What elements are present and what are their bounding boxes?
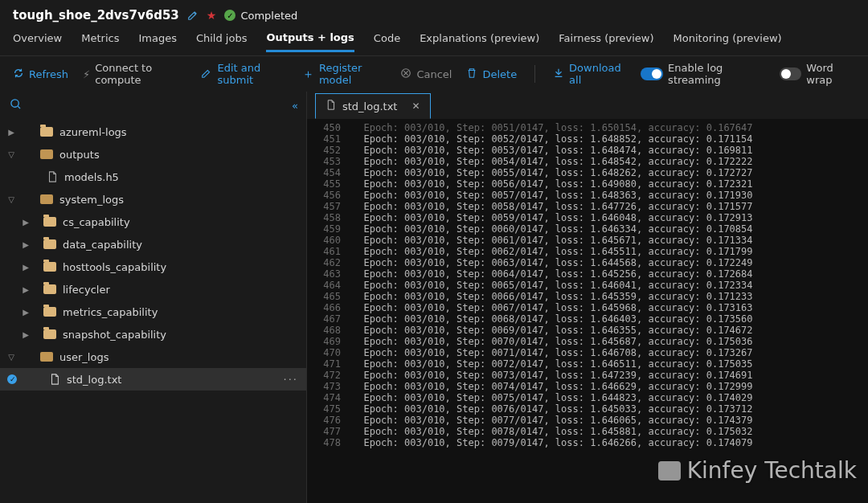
tree-folder-cs-capability[interactable]: ▶ cs_capability bbox=[0, 211, 306, 233]
collapse-panel-icon[interactable]: « bbox=[292, 100, 298, 112]
cancel-button[interactable]: Cancel bbox=[400, 67, 452, 81]
log-line: 464 Epoch: 003/010, Step: 0065/0147, los… bbox=[307, 280, 868, 291]
tree-folder-snapshot-capability[interactable]: ▶ snapshot_capability bbox=[0, 323, 306, 346]
log-line: 462 Epoch: 003/010, Step: 0063/0147, los… bbox=[307, 257, 868, 268]
edit-submit-label: Edit and submit bbox=[217, 62, 287, 86]
log-line: 458 Epoch: 003/010, Step: 0059/0147, los… bbox=[307, 212, 868, 223]
tab-images[interactable]: Images bbox=[138, 32, 177, 51]
tab-monitoring[interactable]: Monitoring (preview) bbox=[674, 32, 782, 51]
download-icon bbox=[553, 67, 564, 81]
log-line: 474 Epoch: 003/010, Step: 0075/0147, los… bbox=[307, 392, 868, 403]
search-input[interactable] bbox=[27, 100, 187, 112]
nav-tabs: Overview Metrics Images Child jobs Outpu… bbox=[0, 27, 868, 56]
tab-fairness[interactable]: Fairness (preview) bbox=[559, 32, 653, 51]
folder-open-icon bbox=[40, 352, 53, 362]
job-name: tough_shoe_2dvs7v6d53 bbox=[13, 8, 179, 22]
edit-submit-button[interactable]: Edit and submit bbox=[201, 62, 287, 86]
log-line: 454 Epoch: 003/010, Step: 0055/0147, los… bbox=[307, 167, 868, 178]
status-badge: ✓ Completed bbox=[224, 10, 297, 22]
tab-code[interactable]: Code bbox=[374, 32, 400, 51]
search-icon[interactable] bbox=[10, 98, 22, 112]
tree-folder-metrics-capability[interactable]: ▶ metrics_capability bbox=[0, 301, 306, 323]
folder-icon bbox=[40, 127, 53, 137]
chevron-right-icon: ▶ bbox=[19, 285, 32, 294]
tab-metrics[interactable]: Metrics bbox=[81, 32, 119, 51]
tab-explanations[interactable]: Explanations (preview) bbox=[420, 32, 539, 51]
file-tab-label: std_log.txt bbox=[342, 100, 397, 112]
check-circle-icon: ✓ bbox=[224, 10, 235, 21]
tree-folder-azureml-logs[interactable]: ▶ azureml-logs bbox=[0, 121, 306, 143]
log-line: 460 Epoch: 003/010, Step: 0061/0147, los… bbox=[307, 235, 868, 246]
connect-label: Connect to compute bbox=[95, 62, 186, 86]
log-streaming-toggle[interactable]: Enable log streaming bbox=[641, 62, 764, 86]
tree-label: hosttools_capability bbox=[63, 261, 166, 273]
log-line: 459 Epoch: 003/010, Step: 0060/0147, los… bbox=[307, 223, 868, 235]
log-line: 473 Epoch: 003/010, Step: 0074/0147, los… bbox=[307, 381, 868, 392]
cancel-label: Cancel bbox=[416, 68, 452, 80]
tree-folder-system-logs[interactable]: ▽ system_logs bbox=[0, 188, 306, 211]
delete-label: Delete bbox=[482, 68, 517, 80]
word-wrap-toggle[interactable]: Word wrap bbox=[780, 62, 855, 86]
log-streaming-label: Enable log streaming bbox=[668, 62, 764, 86]
more-options-icon[interactable]: ··· bbox=[284, 374, 298, 386]
tab-child-jobs[interactable]: Child jobs bbox=[196, 32, 248, 51]
tree-file-std-log[interactable]: std_log.txt ··· bbox=[0, 368, 306, 391]
register-model-button[interactable]: ＋ Register model bbox=[302, 62, 386, 86]
plus-icon: ＋ bbox=[302, 67, 314, 82]
log-line: 456 Epoch: 003/010, Step: 0057/0147, los… bbox=[307, 190, 868, 201]
file-icon bbox=[326, 100, 336, 112]
chevron-down-icon: ▽ bbox=[5, 195, 18, 204]
tree-folder-outputs[interactable]: ▽ outputs bbox=[0, 143, 306, 166]
folder-icon bbox=[43, 307, 56, 317]
toggle-on-icon bbox=[641, 67, 663, 80]
chevron-right-icon: ▶ bbox=[19, 218, 32, 227]
refresh-icon bbox=[13, 67, 24, 81]
star-icon[interactable]: ★ bbox=[207, 9, 217, 22]
file-tab-std-log[interactable]: std_log.txt ✕ bbox=[315, 93, 431, 119]
sidebar: « ▶ azureml-logs ▽ outputs bbox=[0, 92, 307, 503]
file-icon bbox=[49, 374, 60, 385]
log-line: 461 Epoch: 003/010, Step: 0062/0147, los… bbox=[307, 246, 868, 257]
log-line: 469 Epoch: 003/010, Step: 0070/0147, los… bbox=[307, 336, 868, 347]
chevron-right-icon: ▶ bbox=[19, 263, 32, 272]
sidebar-search-row: « bbox=[0, 92, 306, 119]
trash-icon bbox=[466, 67, 477, 81]
refresh-button[interactable]: Refresh bbox=[13, 67, 68, 81]
file-tabs: std_log.txt ✕ bbox=[307, 92, 868, 119]
chevron-down-icon: ▽ bbox=[5, 353, 18, 362]
pencil-icon bbox=[201, 67, 212, 81]
log-line: 457 Epoch: 003/010, Step: 0058/0147, los… bbox=[307, 201, 868, 212]
download-all-button[interactable]: Download all bbox=[553, 62, 626, 86]
connect-button[interactable]: ⚡ Connect to compute bbox=[83, 62, 186, 86]
tab-outputs-logs[interactable]: Outputs + logs bbox=[266, 31, 354, 52]
tree-label: azureml-logs bbox=[59, 126, 127, 138]
status-label: Completed bbox=[240, 10, 297, 22]
tree-folder-data-capability[interactable]: ▶ data_capability bbox=[0, 233, 306, 256]
register-model-label: Register model bbox=[319, 62, 386, 86]
edit-icon[interactable] bbox=[187, 10, 199, 21]
log-line: 472 Epoch: 003/010, Step: 0073/0147, los… bbox=[307, 370, 868, 381]
tree-folder-user-logs[interactable]: ▽ user_logs bbox=[0, 346, 306, 368]
toolbar-separator bbox=[534, 65, 535, 83]
tree-label: std_log.txt bbox=[67, 374, 121, 386]
folder-icon bbox=[43, 329, 56, 339]
tree-file-models-h5[interactable]: models.h5 bbox=[0, 166, 306, 188]
folder-icon bbox=[43, 262, 56, 272]
refresh-label: Refresh bbox=[29, 68, 68, 80]
chevron-right-icon: ▶ bbox=[19, 308, 32, 317]
tree-folder-lifecycler[interactable]: ▶ lifecycler bbox=[0, 278, 306, 301]
delete-button[interactable]: Delete bbox=[466, 67, 517, 81]
tree-label: metrics_capability bbox=[63, 306, 158, 318]
close-icon[interactable]: ✕ bbox=[411, 100, 420, 112]
log-line: 468 Epoch: 003/010, Step: 0069/0147, los… bbox=[307, 325, 868, 336]
tab-overview[interactable]: Overview bbox=[13, 32, 62, 51]
chevron-down-icon: ▽ bbox=[5, 150, 18, 159]
toolbar: Refresh ⚡ Connect to compute Edit and su… bbox=[0, 56, 868, 92]
folder-open-icon bbox=[40, 194, 53, 204]
log-output[interactable]: 450 Epoch: 003/010, Step: 0051/0147, los… bbox=[307, 119, 868, 503]
svg-point-1 bbox=[11, 100, 18, 107]
tree-label: snapshot_capability bbox=[63, 329, 166, 341]
tree-folder-hosttools-capability[interactable]: ▶ hosttools_capability bbox=[0, 256, 306, 278]
cancel-icon bbox=[400, 67, 411, 81]
chevron-right-icon: ▶ bbox=[19, 240, 32, 249]
